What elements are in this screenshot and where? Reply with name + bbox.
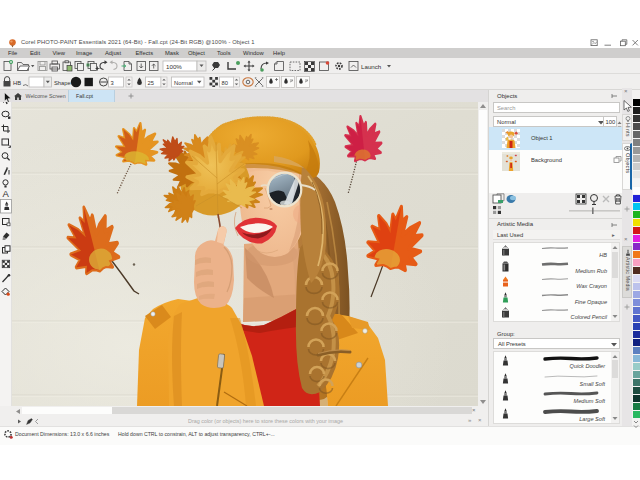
svg-text:Normal: Normal (174, 80, 193, 86)
svg-text:HB: HB (13, 80, 21, 86)
svg-text:100%: 100% (166, 63, 182, 70)
svg-text:Launch: Launch (361, 63, 382, 70)
svg-text:A: A (3, 187, 10, 198)
svg-text:3: 3 (111, 80, 114, 86)
svg-text:25: 25 (148, 80, 154, 86)
svg-text:Shape:: Shape: (54, 80, 73, 86)
svg-text:80: 80 (222, 80, 228, 86)
